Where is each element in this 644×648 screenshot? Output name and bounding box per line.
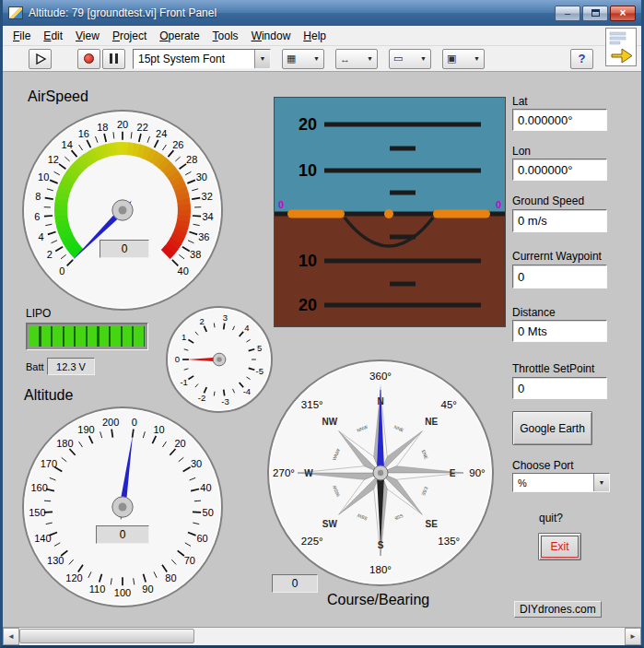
svg-text:200: 200	[102, 417, 119, 428]
course-bearing-label: Course/Bearing	[327, 592, 429, 608]
google-earth-button[interactable]: Google Earth	[512, 411, 592, 445]
horizontal-scrollbar[interactable]: ◄ ►	[3, 627, 641, 645]
scroll-left-button[interactable]: ◄	[3, 628, 19, 645]
ground-speed-field[interactable]: 0 m/s	[512, 209, 607, 232]
svg-text:0: 0	[278, 199, 284, 210]
maximize-icon	[591, 9, 600, 17]
svg-text:NE: NE	[425, 417, 438, 427]
svg-text:NW: NW	[322, 417, 338, 427]
labview-window: Altitude: 79 [groundtest.vi] Front Panel…	[0, 0, 644, 648]
svg-text:26: 26	[172, 139, 183, 150]
svg-text:12: 12	[48, 154, 59, 165]
distance-field[interactable]: 0 Mts	[512, 320, 607, 342]
svg-text:4: 4	[244, 323, 249, 333]
menu-project[interactable]: Project	[106, 27, 153, 45]
font-selector-value: 15pt System Font	[134, 50, 254, 68]
minimize-button[interactable]: –	[555, 6, 580, 21]
quit-label: quit?	[539, 512, 563, 524]
altitude-gauge: 0102030405060708090100110120130140150160…	[21, 406, 224, 608]
svg-text:14: 14	[62, 139, 73, 150]
distribute-objects-button[interactable]: ↔ ▼	[335, 49, 378, 69]
chevron-down-icon[interactable]: ▼	[254, 50, 270, 68]
svg-text:SE: SE	[425, 519, 438, 529]
help-icon: ?	[579, 52, 586, 65]
svg-text:180°: 180°	[369, 564, 392, 575]
svg-text:140: 140	[34, 533, 51, 544]
svg-text:1: 1	[181, 332, 186, 342]
airspeed-label: AirSpeed	[28, 88, 88, 105]
choose-port-label: Choose Port	[512, 459, 574, 472]
menu-edit[interactable]: Edit	[37, 27, 69, 45]
svg-text:34: 34	[202, 211, 213, 222]
menu-file[interactable]: File	[6, 27, 37, 45]
align-objects-button[interactable]: ▦ ▼	[282, 49, 324, 69]
airspeed-gauge: 0246810121416182022242628303234363840	[21, 109, 224, 312]
scrollbar-track[interactable]	[19, 628, 625, 645]
svg-text:3: 3	[223, 312, 228, 323]
minimize-icon: –	[565, 8, 570, 18]
left-arrow-icon: ◄	[7, 632, 15, 641]
chevron-down-icon: ▼	[420, 55, 427, 62]
lon-field[interactable]: 0.000000°	[512, 159, 607, 181]
svg-text:16: 16	[78, 128, 89, 139]
svg-text:-1: -1	[180, 377, 187, 387]
batt-voltage-display[interactable]: 12.3 V	[47, 358, 95, 375]
maximize-button[interactable]	[582, 6, 608, 21]
resize-objects-icon: ▭	[393, 53, 403, 65]
svg-text:50: 50	[203, 507, 214, 518]
altitude-display[interactable]: 0	[96, 525, 149, 544]
labview-logo-icon[interactable]	[605, 28, 637, 66]
labview-logo-graphic	[608, 30, 634, 64]
svg-text:90: 90	[142, 583, 153, 595]
exit-button[interactable]: Exit	[538, 533, 581, 560]
close-button[interactable]: ×	[610, 6, 636, 21]
lipo-battery-indicator	[26, 323, 148, 350]
pause-button[interactable]	[102, 49, 125, 69]
svg-text:20: 20	[299, 296, 317, 314]
title-bar[interactable]: Altitude: 79 [groundtest.vi] Front Panel…	[3, 0, 641, 26]
menu-tools[interactable]: Tools	[206, 27, 245, 45]
current-waypoint-label: Currernt Waypoint	[512, 250, 602, 263]
reorder-button[interactable]: ▣ ▼	[442, 49, 485, 69]
scroll-right-button[interactable]: ►	[625, 628, 641, 645]
menu-window[interactable]: Window	[245, 27, 298, 45]
svg-text:150: 150	[29, 507, 45, 518]
lon-label: Lon	[512, 145, 531, 158]
attitude-indicator-graphic: 2010102000	[275, 98, 505, 326]
svg-text:6: 6	[34, 211, 40, 222]
help-button[interactable]: ?	[570, 49, 593, 69]
distance-label: Distance	[512, 306, 556, 319]
altitude-label: Altitude	[24, 387, 73, 404]
scrollbar-thumb[interactable]	[19, 629, 194, 643]
lipo-label: LIPO	[26, 307, 51, 320]
abort-button[interactable]	[77, 49, 100, 69]
svg-text:10: 10	[299, 161, 317, 180]
font-selector[interactable]: 15pt System Font ▼	[133, 49, 271, 69]
svg-text:190: 190	[77, 424, 94, 435]
svg-text:20: 20	[299, 115, 317, 134]
svg-text:180: 180	[56, 438, 73, 449]
svg-text:60: 60	[196, 533, 207, 544]
svg-text:315°: 315°	[301, 399, 323, 410]
svg-text:22: 22	[137, 122, 148, 133]
airspeed-display[interactable]: 0	[100, 240, 149, 258]
svg-text:100: 100	[114, 587, 131, 598]
menu-operate[interactable]: Operate	[153, 27, 205, 45]
throttle-setpoint-field[interactable]: 0	[512, 377, 607, 399]
menu-view[interactable]: View	[69, 27, 106, 45]
svg-text:70: 70	[184, 555, 195, 566]
choose-port-dropdown[interactable]: % ▼	[512, 473, 610, 492]
menu-help[interactable]: Help	[297, 27, 333, 45]
chevron-down-icon[interactable]: ▼	[593, 474, 609, 491]
svg-text:0: 0	[59, 265, 64, 277]
run-button[interactable]	[29, 49, 52, 69]
svg-text:20: 20	[117, 119, 128, 130]
current-waypoint-field[interactable]: 0	[512, 265, 607, 289]
svg-text:45°: 45°	[441, 399, 457, 410]
svg-text:-5: -5	[256, 366, 263, 376]
svg-text:90°: 90°	[469, 467, 485, 478]
close-icon: ×	[619, 7, 626, 18]
resize-objects-button[interactable]: ▭ ▼	[389, 49, 431, 69]
lat-field[interactable]: 0.000000°	[512, 109, 607, 131]
course-display[interactable]: 0	[272, 574, 318, 593]
